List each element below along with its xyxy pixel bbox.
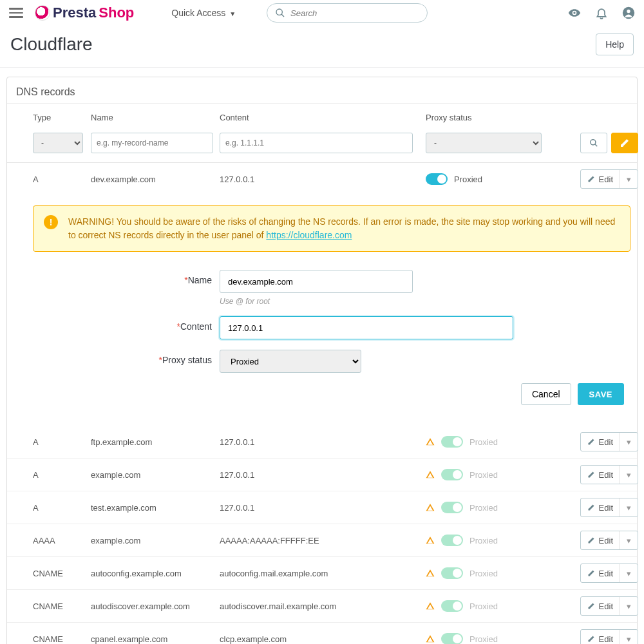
cell-type: A — [33, 175, 91, 184]
cloudflare-link[interactable]: https://cloudflare.com — [266, 230, 352, 240]
proxy-toggle[interactable] — [441, 535, 463, 546]
edit-proxy-select[interactable]: Proxied — [220, 350, 361, 373]
svg-point-5 — [591, 140, 596, 145]
menu-toggle[interactable] — [9, 8, 23, 18]
page-title: Cloudflare — [10, 34, 93, 55]
svg-point-4 — [627, 10, 630, 13]
filter-proxy[interactable]: - — [426, 133, 542, 153]
cell-name: example.com — [91, 470, 220, 480]
cell-content: 127.0.0.1 — [220, 470, 426, 480]
cell-name: cpanel.example.com — [91, 634, 220, 644]
warning-icon: ! — [44, 215, 58, 229]
chevron-down-icon[interactable]: ▾ — [620, 170, 638, 188]
proxy-toggle[interactable] — [441, 502, 463, 513]
pencil-icon — [587, 471, 595, 478]
edit-button[interactable]: Edit▾ — [580, 564, 638, 583]
svg-line-1 — [281, 14, 284, 17]
proxy-toggle[interactable] — [441, 436, 463, 448]
edit-button[interactable]: Edit▾ — [580, 629, 638, 644]
chevron-down-icon[interactable]: ▾ — [620, 466, 638, 484]
svg-rect-7 — [430, 441, 430, 443]
proxy-status-label: Proxied — [469, 569, 498, 578]
cell-name: test.example.com — [91, 503, 220, 513]
warning-icon — [426, 601, 435, 611]
name-hint: Use @ for root — [220, 297, 413, 306]
proxy-status-label: Proxied — [469, 601, 498, 611]
logo[interactable]: PrestaShop — [35, 5, 134, 21]
edit-button[interactable]: Edit▾ — [580, 531, 638, 550]
pencil-icon — [587, 438, 595, 446]
cell-content: AAAAA:AAAAA:FFFFF:EE — [220, 536, 426, 545]
table-row: Aftp.example.com127.0.0.1ProxiedEdit▾ — [7, 426, 637, 459]
cell-content: 127.0.0.1 — [220, 175, 426, 184]
clear-filter-button[interactable] — [611, 133, 638, 153]
warning-icon — [426, 503, 435, 512]
proxy-status-label: Proxied — [469, 634, 498, 644]
table-row: AAAAexample.comAAAAA:AAAAA:FFFFF:EEProxi… — [7, 524, 637, 557]
proxy-status-label: Proxied — [469, 437, 498, 447]
proxy-status-label: Proxied — [469, 503, 498, 513]
edit-name-input[interactable] — [220, 270, 413, 293]
table-row: Atest.example.com127.0.0.1ProxiedEdit▾ — [7, 491, 637, 524]
col-name: Name — [91, 113, 220, 122]
svg-rect-12 — [430, 509, 430, 509]
table-row: Aexample.com127.0.0.1ProxiedEdit▾ — [7, 459, 637, 491]
svg-rect-9 — [430, 474, 430, 476]
svg-rect-14 — [430, 542, 430, 542]
chevron-down-icon[interactable]: ▾ — [620, 564, 638, 582]
pencil-icon — [587, 175, 595, 183]
warning-icon — [426, 634, 435, 643]
col-proxy: Proxy status — [426, 113, 561, 122]
warning-alert: ! WARNING! You should be aware of the ri… — [33, 205, 630, 252]
search-box[interactable] — [267, 3, 428, 23]
chevron-down-icon[interactable]: ▾ — [620, 433, 638, 451]
view-shop-icon[interactable] — [568, 6, 581, 19]
svg-rect-18 — [430, 607, 430, 608]
pencil-icon — [587, 602, 595, 610]
cell-name: dev.example.com — [91, 175, 220, 184]
logo-icon — [35, 5, 50, 21]
cell-type: CNAME — [33, 569, 91, 578]
col-type: Type — [33, 113, 91, 122]
table-row: CNAMEautodiscover.example.comautodiscove… — [7, 590, 637, 623]
filter-content[interactable] — [220, 133, 413, 153]
proxy-toggle[interactable] — [441, 633, 463, 644]
proxy-toggle[interactable] — [441, 469, 463, 480]
edit-button[interactable]: Edit▾ — [580, 498, 638, 517]
cell-content: 127.0.0.1 — [220, 437, 426, 447]
edit-button[interactable]: Edit▾ — [580, 432, 638, 451]
cell-name: autodiscover.example.com — [91, 601, 220, 611]
warning-icon — [426, 569, 435, 578]
svg-rect-15 — [430, 573, 430, 574]
notifications-icon[interactable] — [595, 6, 608, 19]
cell-content: autodiscover.mail.example.com — [220, 601, 426, 611]
quick-access[interactable]: Quick Access ▼ — [171, 8, 236, 18]
chevron-down-icon[interactable]: ▾ — [620, 630, 638, 644]
svg-rect-8 — [430, 443, 430, 444]
save-button[interactable]: SAVE — [578, 383, 624, 405]
search-input[interactable] — [290, 8, 419, 18]
cancel-button[interactable]: Cancel — [521, 383, 571, 405]
chevron-down-icon[interactable]: ▾ — [620, 498, 638, 516]
pencil-icon — [587, 504, 595, 511]
filter-name[interactable] — [91, 133, 213, 153]
proxy-toggle[interactable] — [441, 567, 463, 579]
edit-content-input[interactable] — [220, 316, 513, 339]
search-button[interactable] — [580, 133, 607, 153]
help-button[interactable]: Help — [596, 33, 634, 55]
proxy-toggle[interactable] — [441, 600, 463, 612]
chevron-down-icon[interactable]: ▾ — [620, 597, 638, 615]
svg-rect-10 — [430, 476, 430, 477]
edit-button[interactable]: Edit ▾ — [580, 169, 638, 189]
svg-point-0 — [276, 9, 282, 15]
cell-type: AAAA — [33, 536, 91, 545]
edit-button[interactable]: Edit▾ — [580, 465, 638, 484]
cell-content: clcp.example.com — [220, 634, 426, 644]
chevron-down-icon[interactable]: ▾ — [620, 531, 638, 549]
cell-type: CNAME — [33, 634, 91, 644]
filter-type[interactable]: - — [33, 133, 83, 153]
edit-button[interactable]: Edit▾ — [580, 596, 638, 616]
svg-line-6 — [595, 144, 598, 147]
proxy-toggle[interactable] — [426, 173, 448, 185]
profile-icon[interactable] — [622, 6, 635, 19]
